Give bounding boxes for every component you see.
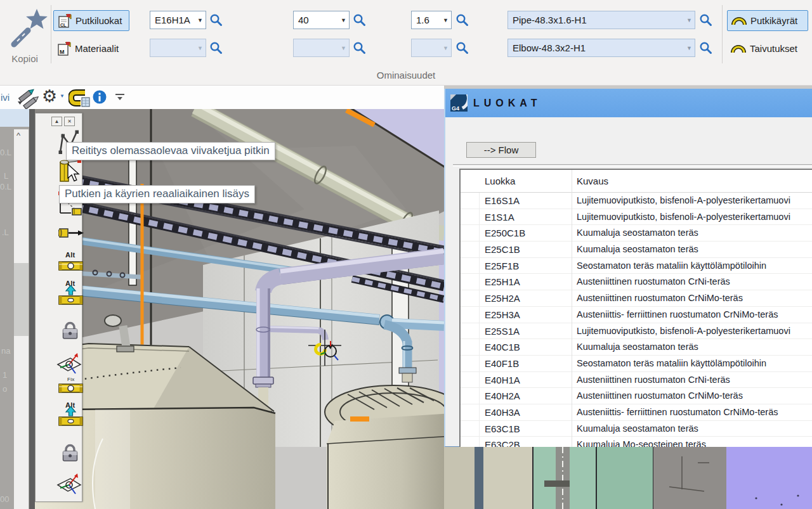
- row-selector[interactable]: [461, 323, 480, 339]
- search-icon[interactable]: [699, 13, 713, 27]
- info-icon[interactable]: [93, 90, 108, 105]
- row-selector[interactable]: [461, 290, 480, 306]
- column-header-kuvaus[interactable]: Kuvaus: [577, 170, 608, 193]
- pipe-branch-up-icon[interactable]: [58, 406, 84, 429]
- class-code: E40F1B: [485, 356, 519, 371]
- putkiluokat-button[interactable]: CL Putkiluokat: [53, 10, 129, 31]
- row-selector[interactable]: [461, 258, 480, 274]
- class-code: E25C1B: [485, 242, 520, 257]
- pipe-part-combo[interactable]: Pipe-48.3x1.6-H1 ▼: [508, 11, 695, 29]
- dn-combo[interactable]: 40 ▼: [293, 11, 350, 29]
- clipped-label: L: [4, 171, 8, 181]
- fitting-arrow-icon[interactable]: [58, 224, 85, 242]
- table-row[interactable]: E63C1BKuumaluja seostamaton teräs: [461, 421, 812, 437]
- luokat-titlebar[interactable]: G4 LUOKAT: [445, 89, 812, 117]
- chevron-down-icon[interactable]: ▼: [684, 17, 695, 23]
- table-row[interactable]: E40H1AAusteniittinen ruostumaton CrNi-te…: [461, 372, 812, 389]
- gear-icon[interactable]: ⚙: [42, 86, 57, 106]
- class-description: Lujitemuoviputkisto, bisfenoli-A-polyest…: [577, 193, 790, 209]
- mouse-cursor: [67, 164, 82, 183]
- putkikayrat-label: Putkikäyrät: [750, 15, 797, 26]
- lock-icon[interactable]: [61, 443, 80, 463]
- row-selector[interactable]: [461, 339, 480, 355]
- clipped-label: 1: [3, 370, 7, 380]
- row-selector[interactable]: [461, 372, 480, 388]
- putkikayrat-button[interactable]: Putkikäyrät: [727, 10, 808, 31]
- scrollbar-thumb[interactable]: [14, 263, 29, 336]
- workplane-axes-icon[interactable]: [56, 350, 82, 379]
- table-row[interactable]: E250C1BKuumaluja seostamaton teräs: [461, 225, 812, 242]
- bend-icon: [731, 44, 746, 54]
- search-icon[interactable]: [699, 41, 713, 55]
- flow-button[interactable]: --> Flow: [466, 142, 536, 158]
- scrollbar-up-arrow[interactable]: ^: [16, 131, 20, 140]
- class-description: Kuumaluja seostamaton teräs: [577, 242, 698, 257]
- search-icon[interactable]: [209, 13, 223, 27]
- row-selector[interactable]: [461, 274, 480, 290]
- palette-collapse-button[interactable]: ▲: [51, 117, 62, 126]
- row-selector[interactable]: [461, 242, 480, 257]
- row-selector[interactable]: [461, 209, 480, 225]
- table-row[interactable]: E40C1BKuumaluja seostamaton teräs: [461, 339, 812, 356]
- palette-close-button[interactable]: ✕: [64, 117, 75, 126]
- draw-pencils-icon[interactable]: [16, 87, 42, 109]
- chevron-down-icon[interactable]: ▼: [195, 17, 206, 23]
- chevron-down-icon[interactable]: ▼: [440, 17, 451, 23]
- table-row[interactable]: E25H2AAusteniittinen ruostumaton CrNiMo-…: [461, 290, 812, 307]
- table-row[interactable]: E16S1ALujitemuoviputkisto, bisfenoli-A-p…: [461, 193, 812, 209]
- row-selector[interactable]: [461, 404, 480, 420]
- row-selector[interactable]: [461, 225, 480, 241]
- collapse-ribbon-icon[interactable]: [114, 93, 126, 103]
- class-description: Kuumaluja seostamaton teräs: [577, 225, 698, 241]
- quick-toolbar: ivi ⚙ ▼: [0, 86, 444, 109]
- table-row[interactable]: E25F1BSeostamaton teräs mataliin käyttöl…: [461, 258, 812, 274]
- workplane-axes-icon[interactable]: [56, 470, 82, 499]
- class-description: Austeniittinen ruostumaton CrNiMo-teräs: [577, 290, 743, 306]
- elbow-part-combo[interactable]: Elbow-48.3x2-H1 ▼: [508, 39, 695, 57]
- column-header-luokka[interactable]: Luokka: [485, 170, 515, 193]
- table-row[interactable]: E25C1BKuumaluja seostamaton teräs: [461, 242, 812, 258]
- pipe-joint-icon[interactable]: [58, 381, 84, 396]
- row-selector[interactable]: [461, 437, 480, 447]
- table-header: Luokka Kuvaus: [461, 170, 812, 193]
- materiaalit-button[interactable]: M Materiaalit: [53, 38, 129, 59]
- clamp-icon[interactable]: [69, 87, 91, 108]
- disabled-combo: ▼: [293, 39, 350, 57]
- group-separator: [51, 5, 51, 63]
- row-selector[interactable]: [461, 193, 480, 209]
- column-separator: [572, 170, 572, 447]
- chevron-down-icon[interactable]: ▼: [338, 17, 349, 23]
- lock-icon[interactable]: [61, 321, 80, 341]
- wall-thickness-combo[interactable]: 1.6 ▼: [411, 11, 452, 29]
- search-icon[interactable]: [455, 41, 469, 55]
- copy-wand-icon[interactable]: [9, 5, 49, 51]
- search-icon[interactable]: [209, 41, 223, 55]
- table-row[interactable]: E63C2BKuumaluja Mo-seosteinen teräs: [461, 437, 812, 447]
- table-row[interactable]: E40H3AAusteniittis- ferriittinen ruostum…: [461, 404, 812, 421]
- search-icon[interactable]: [353, 13, 367, 27]
- row-selector[interactable]: [461, 307, 480, 323]
- pipe-branch-up-icon[interactable]: [58, 285, 84, 308]
- taivutukset-button[interactable]: Taivutukset: [727, 38, 808, 59]
- putkiluokat-label: Putkiluokat: [75, 15, 122, 26]
- class-code: E40C1B: [485, 339, 520, 355]
- row-selector[interactable]: [461, 356, 480, 371]
- row-selector[interactable]: [461, 421, 480, 437]
- chevron-down-icon[interactable]: ▼: [60, 93, 65, 99]
- chevron-down-icon[interactable]: ▼: [684, 45, 695, 51]
- table-row[interactable]: E25S1ALujitemuoviputkisto, bisfenoli-A-p…: [461, 323, 812, 340]
- pipe-joint-icon[interactable]: [58, 259, 84, 274]
- search-icon[interactable]: [455, 13, 469, 27]
- partial-label: ivi: [1, 92, 10, 103]
- table-row[interactable]: E25H1AAusteniittinen ruostumaton CrNi-te…: [461, 274, 812, 290]
- table-row[interactable]: E1S1ALujitemuoviputkisto, bisfenoli-A-po…: [461, 209, 812, 226]
- table-row[interactable]: E40F1BSeostamaton teräs mataliin käyttöl…: [461, 356, 812, 372]
- search-icon[interactable]: [353, 41, 367, 55]
- table-row[interactable]: E25H3AAusteniittis- ferriittinen ruostum…: [461, 307, 812, 323]
- row-selector[interactable]: [461, 388, 480, 404]
- table-row[interactable]: E40H2AAusteniittinen ruostumaton CrNiMo-…: [461, 388, 812, 404]
- copy-label: Kopioi: [5, 53, 44, 64]
- class-code: E40H3A: [485, 404, 520, 420]
- pipe-class-combo[interactable]: E16H1A ▼: [150, 11, 206, 29]
- taivutukset-label: Taivutukset: [750, 43, 797, 54]
